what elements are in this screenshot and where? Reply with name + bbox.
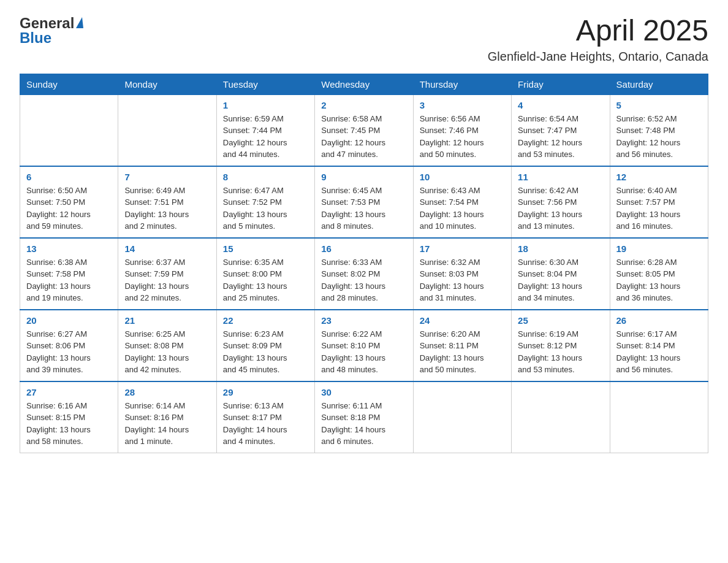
calendar-cell: 17Sunrise: 6:32 AM Sunset: 8:03 PM Dayli… — [413, 238, 511, 310]
calendar-cell: 13Sunrise: 6:38 AM Sunset: 7:58 PM Dayli… — [20, 238, 118, 310]
day-info: Sunrise: 6:37 AM Sunset: 7:59 PM Dayligh… — [124, 256, 210, 304]
logo-wordmark: General Blue — [20, 15, 83, 47]
calendar-cell — [118, 94, 216, 166]
day-info: Sunrise: 6:49 AM Sunset: 7:51 PM Dayligh… — [124, 185, 210, 232]
day-number: 13 — [26, 243, 112, 254]
day-info: Sunrise: 6:20 AM Sunset: 8:11 PM Dayligh… — [420, 328, 505, 376]
day-number: 6 — [26, 172, 112, 182]
logo-blue: Blue — [20, 29, 83, 47]
calendar-cell: 27Sunrise: 6:16 AM Sunset: 8:15 PM Dayli… — [20, 381, 118, 453]
logo-triangle-icon — [76, 17, 83, 28]
day-number: 30 — [321, 387, 406, 397]
calendar-week-row: 27Sunrise: 6:16 AM Sunset: 8:15 PM Dayli… — [20, 381, 708, 453]
day-info: Sunrise: 6:25 AM Sunset: 8:08 PM Dayligh… — [124, 328, 210, 376]
day-info: Sunrise: 6:27 AM Sunset: 8:06 PM Dayligh… — [26, 328, 112, 376]
day-number: 9 — [321, 172, 406, 182]
day-info: Sunrise: 6:40 AM Sunset: 7:57 PM Dayligh… — [616, 185, 702, 232]
day-info: Sunrise: 6:56 AM Sunset: 7:46 PM Dayligh… — [420, 113, 505, 161]
weekday-header-friday: Friday — [512, 74, 610, 94]
weekday-header-monday: Monday — [118, 74, 216, 94]
day-number: 19 — [616, 243, 702, 254]
logo: General Blue — [20, 15, 83, 47]
calendar-cell: 11Sunrise: 6:42 AM Sunset: 7:56 PM Dayli… — [512, 166, 610, 238]
calendar-cell: 18Sunrise: 6:30 AM Sunset: 8:04 PM Dayli… — [512, 238, 610, 310]
day-info: Sunrise: 6:32 AM Sunset: 8:03 PM Dayligh… — [420, 256, 505, 304]
calendar-cell: 19Sunrise: 6:28 AM Sunset: 8:05 PM Dayli… — [610, 238, 708, 310]
day-number: 10 — [420, 172, 505, 182]
calendar-cell: 23Sunrise: 6:22 AM Sunset: 8:10 PM Dayli… — [315, 310, 413, 381]
day-info: Sunrise: 6:45 AM Sunset: 7:53 PM Dayligh… — [321, 185, 406, 232]
day-number: 23 — [321, 315, 406, 326]
day-number: 25 — [518, 315, 603, 326]
weekday-header-saturday: Saturday — [610, 74, 708, 94]
day-number: 24 — [420, 315, 505, 326]
title-area: April 2025 Glenfield-Jane Heights, Ontar… — [488, 15, 708, 64]
day-number: 22 — [223, 315, 308, 326]
calendar-cell: 7Sunrise: 6:49 AM Sunset: 7:51 PM Daylig… — [118, 166, 216, 238]
day-number: 5 — [616, 100, 702, 110]
calendar-cell — [413, 381, 511, 453]
calendar-cell: 14Sunrise: 6:37 AM Sunset: 7:59 PM Dayli… — [118, 238, 216, 310]
day-number: 20 — [26, 315, 112, 326]
page-header: General Blue April 2025 Glenfield-Jane H… — [20, 15, 708, 64]
day-info: Sunrise: 6:13 AM Sunset: 8:17 PM Dayligh… — [223, 400, 308, 448]
calendar-cell: 4Sunrise: 6:54 AM Sunset: 7:47 PM Daylig… — [512, 94, 610, 166]
day-info: Sunrise: 6:22 AM Sunset: 8:10 PM Dayligh… — [321, 328, 406, 376]
day-info: Sunrise: 6:19 AM Sunset: 8:12 PM Dayligh… — [518, 328, 603, 376]
calendar-cell: 28Sunrise: 6:14 AM Sunset: 8:16 PM Dayli… — [118, 381, 216, 453]
calendar-week-row: 1Sunrise: 6:59 AM Sunset: 7:44 PM Daylig… — [20, 94, 708, 166]
day-number: 21 — [124, 315, 210, 326]
calendar-cell — [610, 381, 708, 453]
day-info: Sunrise: 6:14 AM Sunset: 8:16 PM Dayligh… — [124, 400, 210, 448]
day-info: Sunrise: 6:38 AM Sunset: 7:58 PM Dayligh… — [26, 256, 112, 304]
calendar-cell — [20, 94, 118, 166]
weekday-header-tuesday: Tuesday — [216, 74, 314, 94]
weekday-header-wednesday: Wednesday — [315, 74, 413, 94]
calendar-cell: 15Sunrise: 6:35 AM Sunset: 8:00 PM Dayli… — [216, 238, 314, 310]
weekday-header-thursday: Thursday — [413, 74, 511, 94]
day-number: 14 — [124, 243, 210, 254]
calendar-table: SundayMondayTuesdayWednesdayThursdayFrid… — [20, 74, 708, 453]
calendar-cell: 5Sunrise: 6:52 AM Sunset: 7:48 PM Daylig… — [610, 94, 708, 166]
location-title: Glenfield-Jane Heights, Ontario, Canada — [488, 50, 708, 64]
day-info: Sunrise: 6:16 AM Sunset: 8:15 PM Dayligh… — [26, 400, 112, 448]
day-number: 3 — [420, 100, 505, 110]
calendar-week-row: 20Sunrise: 6:27 AM Sunset: 8:06 PM Dayli… — [20, 310, 708, 381]
day-number: 29 — [223, 387, 308, 397]
calendar-cell: 10Sunrise: 6:43 AM Sunset: 7:54 PM Dayli… — [413, 166, 511, 238]
calendar-cell: 26Sunrise: 6:17 AM Sunset: 8:14 PM Dayli… — [610, 310, 708, 381]
day-info: Sunrise: 6:35 AM Sunset: 8:00 PM Dayligh… — [223, 256, 308, 304]
month-title: April 2025 — [488, 15, 708, 47]
day-number: 1 — [223, 100, 308, 110]
day-info: Sunrise: 6:52 AM Sunset: 7:48 PM Dayligh… — [616, 113, 702, 161]
day-info: Sunrise: 6:23 AM Sunset: 8:09 PM Dayligh… — [223, 328, 308, 376]
day-info: Sunrise: 6:28 AM Sunset: 8:05 PM Dayligh… — [616, 256, 702, 304]
day-number: 26 — [616, 315, 702, 326]
day-number: 11 — [518, 172, 603, 182]
calendar-cell: 12Sunrise: 6:40 AM Sunset: 7:57 PM Dayli… — [610, 166, 708, 238]
calendar-cell: 6Sunrise: 6:50 AM Sunset: 7:50 PM Daylig… — [20, 166, 118, 238]
weekday-header-row: SundayMondayTuesdayWednesdayThursdayFrid… — [20, 74, 708, 94]
calendar-cell: 21Sunrise: 6:25 AM Sunset: 8:08 PM Dayli… — [118, 310, 216, 381]
calendar-cell: 22Sunrise: 6:23 AM Sunset: 8:09 PM Dayli… — [216, 310, 314, 381]
day-number: 27 — [26, 387, 112, 397]
day-number: 17 — [420, 243, 505, 254]
calendar-cell: 3Sunrise: 6:56 AM Sunset: 7:46 PM Daylig… — [413, 94, 511, 166]
day-info: Sunrise: 6:43 AM Sunset: 7:54 PM Dayligh… — [420, 185, 505, 232]
calendar-cell — [512, 381, 610, 453]
calendar-cell: 1Sunrise: 6:59 AM Sunset: 7:44 PM Daylig… — [216, 94, 314, 166]
day-number: 7 — [124, 172, 210, 182]
day-number: 4 — [518, 100, 603, 110]
calendar-cell: 9Sunrise: 6:45 AM Sunset: 7:53 PM Daylig… — [315, 166, 413, 238]
calendar-week-row: 13Sunrise: 6:38 AM Sunset: 7:58 PM Dayli… — [20, 238, 708, 310]
day-info: Sunrise: 6:50 AM Sunset: 7:50 PM Dayligh… — [26, 185, 112, 232]
calendar-body: 1Sunrise: 6:59 AM Sunset: 7:44 PM Daylig… — [20, 94, 708, 453]
day-info: Sunrise: 6:47 AM Sunset: 7:52 PM Dayligh… — [223, 185, 308, 232]
day-number: 12 — [616, 172, 702, 182]
day-info: Sunrise: 6:58 AM Sunset: 7:45 PM Dayligh… — [321, 113, 406, 161]
day-number: 18 — [518, 243, 603, 254]
calendar-cell: 8Sunrise: 6:47 AM Sunset: 7:52 PM Daylig… — [216, 166, 314, 238]
day-info: Sunrise: 6:17 AM Sunset: 8:14 PM Dayligh… — [616, 328, 702, 376]
day-number: 2 — [321, 100, 406, 110]
calendar-header: SundayMondayTuesdayWednesdayThursdayFrid… — [20, 74, 708, 94]
